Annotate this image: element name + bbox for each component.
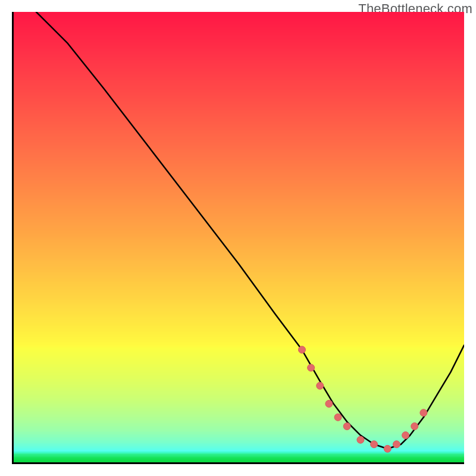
- curve-marker-dot: [299, 346, 306, 353]
- curve-marker-dot: [343, 422, 350, 430]
- curve-marker-dot: [371, 441, 378, 448]
- curve-marker-dot: [334, 414, 342, 421]
- curve-marker-dot: [420, 409, 427, 416]
- curve-marker-dot: [393, 441, 400, 448]
- curve-layer: [14, 12, 464, 462]
- curve-marker-dot: [384, 445, 391, 452]
- chart-stage: TheBottleneck.com: [0, 0, 476, 476]
- curve-marker-dot: [308, 364, 315, 371]
- curve-marker-dot: [411, 422, 418, 430]
- bottleneck-curve: [36, 12, 464, 449]
- curve-marker-dot: [317, 382, 324, 389]
- curve-marker-dot: [402, 432, 409, 439]
- curve-marker-dot: [325, 400, 333, 408]
- curve-marker-dot: [357, 436, 364, 443]
- plot-area: [12, 12, 464, 464]
